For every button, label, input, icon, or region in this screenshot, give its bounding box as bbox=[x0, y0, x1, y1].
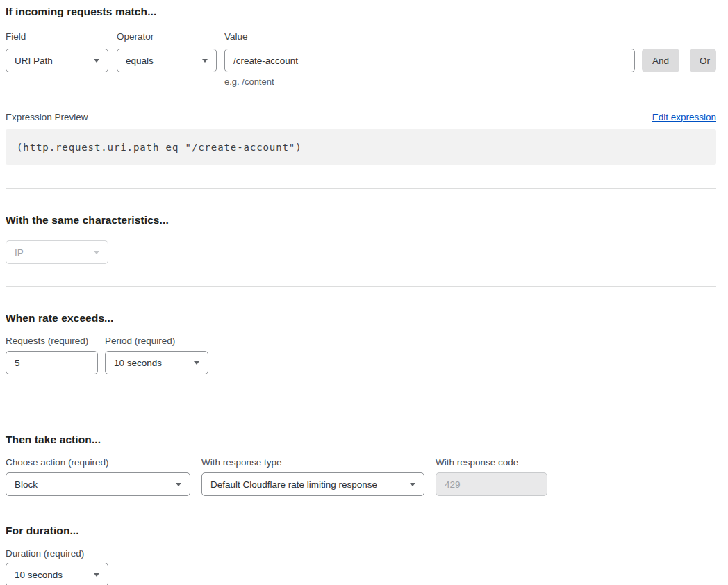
value-hint: e.g. /content bbox=[224, 76, 716, 87]
duration-label: Duration (required) bbox=[6, 548, 716, 559]
value-label: Value bbox=[224, 31, 716, 42]
and-button[interactable]: And bbox=[642, 49, 679, 72]
chevron-down-icon bbox=[194, 361, 199, 365]
rate-section-title: When rate exceeds... bbox=[6, 312, 716, 324]
response-code-input bbox=[436, 472, 547, 496]
chevron-down-icon bbox=[94, 573, 99, 577]
expression-code: (http.request.uri.path eq "/create-accou… bbox=[17, 142, 301, 153]
section-divider bbox=[6, 286, 716, 287]
requests-label: Requests (required) bbox=[6, 336, 98, 346]
expression-preview-label: Expression Preview bbox=[6, 112, 88, 122]
characteristic-select: IP bbox=[6, 240, 108, 264]
chevron-down-icon bbox=[94, 251, 99, 254]
chevron-down-icon bbox=[176, 483, 181, 486]
section-divider bbox=[6, 406, 716, 406]
action-section-title: Then take action... bbox=[6, 434, 716, 446]
operator-select-value: equals bbox=[126, 56, 154, 66]
period-select[interactable]: 10 seconds bbox=[105, 351, 208, 374]
field-select-value: URI Path bbox=[15, 56, 53, 66]
choose-action-label: Choose action (required) bbox=[6, 457, 190, 468]
characteristics-section-title: With the same characteristics... bbox=[6, 214, 716, 226]
period-select-value: 10 seconds bbox=[114, 358, 162, 368]
chevron-down-icon bbox=[410, 483, 415, 486]
period-label: Period (required) bbox=[105, 336, 175, 346]
or-button[interactable]: Or bbox=[690, 49, 716, 72]
rate-limit-rule-form: If incoming requests match... Field Oper… bbox=[0, 0, 728, 585]
action-select-value: Block bbox=[15, 479, 38, 490]
response-code-label: With response code bbox=[436, 457, 518, 468]
action-select[interactable]: Block bbox=[6, 472, 190, 496]
response-type-select[interactable]: Default Cloudflare rate limiting respons… bbox=[201, 472, 424, 496]
operator-select[interactable]: equals bbox=[117, 49, 217, 72]
characteristic-select-value: IP bbox=[15, 247, 24, 258]
chevron-down-icon bbox=[202, 59, 208, 63]
field-select[interactable]: URI Path bbox=[6, 49, 108, 72]
field-label: Field bbox=[6, 31, 108, 42]
chevron-down-icon bbox=[94, 59, 99, 63]
expression-preview-block: (http.request.uri.path eq "/create-accou… bbox=[6, 129, 716, 165]
match-section-title: If incoming requests match... bbox=[6, 6, 716, 18]
duration-section-title: For duration... bbox=[6, 525, 716, 537]
edit-expression-link[interactable]: Edit expression bbox=[652, 112, 716, 122]
value-input[interactable] bbox=[224, 49, 635, 72]
duration-select-value: 10 seconds bbox=[15, 570, 63, 580]
operator-label: Operator bbox=[117, 31, 217, 42]
section-divider bbox=[6, 188, 716, 189]
duration-select[interactable]: 10 seconds bbox=[6, 563, 108, 585]
requests-input[interactable] bbox=[6, 351, 98, 374]
response-type-label: With response type bbox=[201, 457, 424, 468]
response-type-select-value: Default Cloudflare rate limiting respons… bbox=[210, 479, 377, 490]
